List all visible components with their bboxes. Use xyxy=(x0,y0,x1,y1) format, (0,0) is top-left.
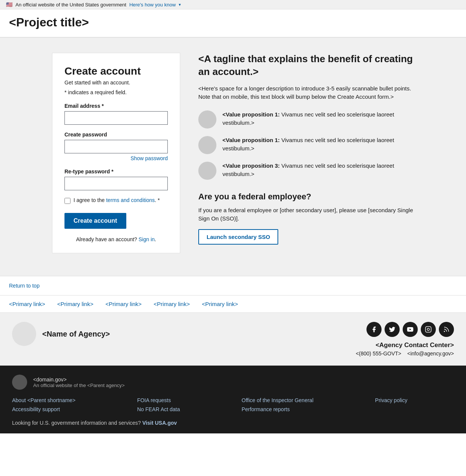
password-label: Create password xyxy=(64,132,168,138)
official-text: An official website of the United States… xyxy=(15,2,126,8)
youtube-icon[interactable] xyxy=(403,322,418,337)
required-note: * indicates a required field. xyxy=(64,89,168,95)
twitter-icon[interactable] xyxy=(385,322,400,337)
email-input[interactable] xyxy=(64,111,168,125)
primary-nav-link-1[interactable]: <Primary link> xyxy=(9,301,45,307)
chevron-down-icon: ▾ xyxy=(179,2,181,7)
agency-logo xyxy=(12,322,36,346)
form-subtitle: Get started with an account. xyxy=(64,80,168,86)
launch-sso-button[interactable]: Launch secondary SSO xyxy=(198,229,278,245)
show-password-link[interactable]: Show password xyxy=(130,155,168,161)
official-agency-text: An official website of the <Parent agenc… xyxy=(33,383,125,388)
create-account-form-card: Create account Get started with an accou… xyxy=(52,53,180,253)
value-prop-item-2: <Value proposition 1: Vivamus nec velit … xyxy=(198,136,414,154)
social-icons xyxy=(356,322,454,337)
privacy-policy-link[interactable]: Privacy policy xyxy=(375,397,454,403)
right-column: <A tagline that explains the benefit of … xyxy=(198,53,414,245)
federal-heading: Are you a federal employee? xyxy=(198,192,414,202)
no-fear-link[interactable]: No FEAR Act data xyxy=(137,406,227,412)
retype-password-field-group: Re-type password * xyxy=(64,168,168,190)
agency-footer: <Name of Agency> <Agency Contact Center>… xyxy=(0,313,466,366)
value-prop-text-1: <Value proposition 1: Vivamus nec velit … xyxy=(222,110,414,127)
value-prop-text-3: <Value proposition 3: Vivamus nec velit … xyxy=(222,162,414,179)
tagline-heading: <A tagline that explains the benefit of … xyxy=(198,53,414,78)
gov-banner: 🇺🇸 An official website of the United Sta… xyxy=(0,0,466,9)
sign-in-link[interactable]: Sign in xyxy=(139,236,155,242)
inspector-general-link[interactable]: Office of the Inspector General xyxy=(242,397,360,403)
domain-text: <domain.gov> xyxy=(33,377,125,383)
primary-nav-link-4[interactable]: <Primary link> xyxy=(154,301,190,307)
agency-right: <Agency Contact Center> <(800) 555-GOVT>… xyxy=(356,322,454,357)
return-to-top-bar: Return to top xyxy=(0,276,466,295)
heres-how-link[interactable]: Here's how you know xyxy=(129,2,176,8)
dark-footer-bottom: Looking for U.S. government information … xyxy=(12,420,454,426)
terms-link[interactable]: terms and conditions xyxy=(106,197,155,203)
value-prop-icon-2 xyxy=(198,136,216,154)
main-inner: Create account Get started with an accou… xyxy=(52,53,414,253)
contact-center-label: <Agency Contact Center> xyxy=(356,341,454,349)
password-input[interactable] xyxy=(64,140,168,153)
return-to-top-link[interactable]: Return to top xyxy=(9,283,40,289)
flag-icon: 🇺🇸 xyxy=(6,2,12,8)
about-link[interactable]: About <Parent shortname> xyxy=(12,397,122,403)
email-field-group: Email address * xyxy=(64,103,168,125)
main-content-area: Create account Get started with an accou… xyxy=(0,38,466,276)
terms-checkbox[interactable] xyxy=(64,198,71,204)
form-heading: Create account xyxy=(64,65,168,77)
instagram-icon[interactable] xyxy=(421,322,436,337)
retype-label: Re-type password * xyxy=(64,168,168,174)
description-text: <Here's space for a longer description t… xyxy=(198,84,414,101)
empty-link-placeholder xyxy=(375,406,454,412)
svg-point-3 xyxy=(444,331,445,332)
page-title: <Project title> xyxy=(9,15,457,29)
agency-left: <Name of Agency> xyxy=(12,322,110,346)
primary-nav-link-2[interactable]: <Primary link> xyxy=(57,301,94,307)
primary-nav-footer: <Primary link> <Primary link> <Primary l… xyxy=(0,295,466,313)
value-prop-item-3: <Value proposition 3: Vivamus nec velit … xyxy=(198,162,414,180)
dark-logo-icon xyxy=(12,375,27,390)
federal-text: If you are a federal employee or [other … xyxy=(198,206,414,223)
dark-footer-top: <domain.gov> An official website of the … xyxy=(12,375,454,390)
create-account-button[interactable]: Create account xyxy=(64,213,126,229)
site-header: <Project title> xyxy=(0,9,466,38)
primary-nav-link-5[interactable]: <Primary link> xyxy=(202,301,238,307)
rss-icon[interactable] xyxy=(439,322,454,337)
already-account-text: Already have an account? Sign in. xyxy=(64,236,168,242)
dark-footer-links: About <Parent shortname> FOIA requests O… xyxy=(12,397,454,412)
value-prop-icon-3 xyxy=(198,162,216,180)
checkbox-label: I agree to the terms and conditions. * xyxy=(74,197,160,203)
agency-email: <info@agency.gov> xyxy=(407,350,454,357)
foia-link[interactable]: FOIA requests xyxy=(137,397,227,403)
svg-rect-1 xyxy=(426,327,431,332)
agency-phone: <(800) 555-GOVT> xyxy=(356,350,402,357)
federal-employee-section: Are you a federal employee? If you are a… xyxy=(198,192,414,245)
dark-logo-text: <domain.gov> An official website of the … xyxy=(33,377,125,388)
retype-password-input[interactable] xyxy=(64,177,168,190)
value-props-list: <Value proposition 1: Vivamus nec velit … xyxy=(198,110,414,180)
primary-nav-link-3[interactable]: <Primary link> xyxy=(106,301,142,307)
performance-reports-link[interactable]: Performance reports xyxy=(242,406,360,412)
usa-gov-link[interactable]: Visit USA.gov xyxy=(143,420,177,426)
value-prop-icon-1 xyxy=(198,110,216,129)
facebook-icon[interactable] xyxy=(366,322,382,337)
terms-checkbox-row: I agree to the terms and conditions. * xyxy=(64,197,168,204)
value-prop-item-1: <Value proposition 1: Vivamus nec velit … xyxy=(198,110,414,129)
password-field-group: Create password Show password xyxy=(64,132,168,162)
accessibility-link[interactable]: Accessibility support xyxy=(12,406,122,412)
dark-footer: <domain.gov> An official website of the … xyxy=(0,366,466,433)
contact-details: <(800) 555-GOVT> <info@agency.gov> xyxy=(356,350,454,357)
value-prop-text-2: <Value proposition 1: Vivamus nec velit … xyxy=(222,136,414,153)
email-label: Email address * xyxy=(64,103,168,109)
agency-name: <Name of Agency> xyxy=(42,330,110,338)
